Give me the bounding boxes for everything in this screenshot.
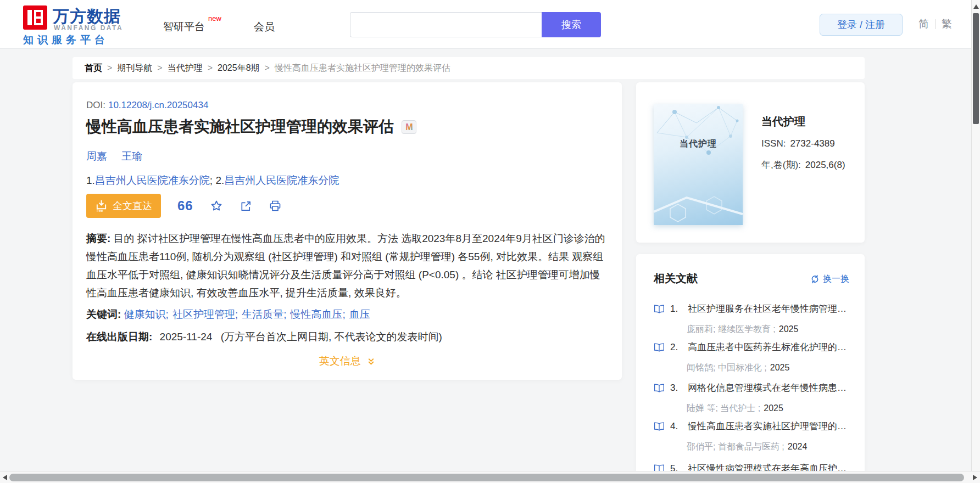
author-link[interactable]: 周嘉 [86,149,107,164]
svg-text:free: free [97,209,103,213]
nav-zhiyan-platform[interactable]: 智研平台 [163,20,205,34]
article-title-row: 慢性高血压患者实施社区护理管理的效果评估 M [86,116,416,137]
keyword-link[interactable]: 健康知识 [124,308,166,320]
related-item-title[interactable]: 社区护理服务在社区老年慢性病管理中的应... [688,302,850,315]
volume-value: 2025,6(8) [805,160,845,170]
keywords-row: 关键词: 健康知识;社区护理管理;生活质量;慢性高血压;血压 [86,307,370,322]
logo-subtitle: WANFANG DATA [54,24,123,32]
journal-volume-row: 年,卷(期):2025,6(8) [761,159,845,171]
refresh-icon [810,274,820,284]
book-icon [654,343,665,352]
journal-card: 当代护理 当代护理 ISSN:2732-4389 年,卷(期):2025,6(8… [636,82,865,243]
related-docs-card: 相关文献 换一换 1. 社区护理服务在社区老年慢性病管理中的应... 庞丽莉; … [636,254,865,483]
horizontal-scrollbar-thumb[interactable] [9,474,964,481]
journal-cover-title: 当代护理 [654,138,743,150]
logo-tagline: 知识服务平台 [23,33,109,47]
related-item-title[interactable]: 慢性高血压患者实施社区护理管理的效果评估 [688,420,850,433]
breadcrumb-separator: > [107,63,112,73]
pubdate-note: (万方平台首次上网日期, 不代表论文的发表时间) [221,331,442,342]
related-item-title[interactable]: 高血压患者中医药养生标准化护理的效果评估 [688,341,850,353]
keyword-link[interactable]: 慢性高血压 [290,308,342,320]
journal-name[interactable]: 当代护理 [761,114,805,129]
share-icon[interactable] [240,200,252,212]
language-toggle: 简 繁 [918,17,952,31]
breadcrumb-journal[interactable]: 当代护理 [168,63,203,74]
related-docs-title: 相关文献 [654,271,698,286]
refresh-label: 换一换 [823,273,849,285]
fulltext-access-button[interactable]: free 全文直达 [86,194,161,218]
issn-label: ISSN: [761,138,786,149]
related-item-year: 2025 [779,324,799,334]
lang-traditional[interactable]: 繁 [942,17,952,31]
related-item-year: 2025 [770,363,790,372]
breadcrumb-current-article: 慢性高血压患者实施社区护理管理的效果评估 [275,63,450,74]
abstract-text: 目的 探讨社区护理管理在慢性高血压患者中的应用效果。方法 选取2023年8月至2… [86,233,605,299]
abstract-block: 摘要: 目的 探讨社区护理管理在慢性高血压患者中的应用效果。方法 选取2023年… [86,229,608,302]
refresh-related-button[interactable]: 换一换 [810,273,849,285]
related-item-title[interactable]: 网格化信息管理模式在老年慢性病患者管理... [688,381,850,394]
scroll-right-arrow[interactable] [973,475,977,480]
keyword-separator: ; [166,308,169,320]
doi-link[interactable]: 10.12208/j.cn.20250434 [108,100,208,110]
related-item-authors: 陆婵 等; 当代护士 ; [687,403,760,413]
cite-quote-icon[interactable]: 66 [177,199,193,212]
nav-member[interactable]: 会员 [254,20,275,34]
search-input[interactable] [350,12,542,37]
author-list: 周嘉 王瑜 [86,149,142,164]
keyword-link[interactable]: 生活质量 [242,308,283,320]
scroll-left-arrow[interactable] [3,475,7,480]
affiliation-link[interactable]: 昌吉州人民医院准东分院 [224,175,339,186]
doi-row: DOI:10.12208/j.cn.20250434 [86,100,208,111]
pubdate-row: 在线出版日期: 2025-11-24 (万方平台首次上网日期, 不代表论文的发表… [86,330,442,344]
affiliation-list: 1.昌吉州人民医院准东分院; 2.昌吉州人民医院准东分院 [86,173,339,188]
doi-label: DOI: [86,100,105,110]
related-item: 2. 高血压患者中医药养生标准化护理的效果评估 [654,341,851,353]
article-card: DOI:10.12208/j.cn.20250434 慢性高血压患者实施社区护理… [73,82,622,380]
keyword-link[interactable]: 血压 [349,308,370,320]
affiliation-num: 1. [86,175,95,186]
volume-label: 年,卷(期): [761,160,801,170]
related-item: 1. 社区护理服务在社区老年慢性病管理中的应... [654,302,851,315]
english-info-label: 英文信息 [319,355,361,367]
affiliation-link[interactable]: 昌吉州人民医院准东分院 [95,175,210,186]
article-title: 慢性高血压患者实施社区护理管理的效果评估 [86,116,394,137]
breadcrumb-journal-nav[interactable]: 期刊导航 [117,63,152,74]
related-item: 4. 慢性高血压患者实施社区护理管理的效果评估 [654,420,851,433]
related-item-year: 2024 [788,442,808,451]
scroll-up-arrow[interactable] [973,4,979,9]
related-item-authors: 邵俏平; 首都食品与医药 ; [687,442,784,451]
keyword-separator: ; [283,308,286,320]
search-button[interactable]: 搜索 [542,12,601,37]
affiliation-num: 2. [215,175,224,186]
related-item-meta: 邵俏平; 首都食品与医药 ;2024 [687,441,807,453]
double-chevron-down-icon [367,357,375,366]
fulltext-button-label: 全文直达 [113,199,152,212]
keyword-separator: ; [235,308,238,320]
lang-simplified[interactable]: 简 [918,17,929,31]
english-info-toggle[interactable]: 英文信息 [73,354,622,368]
author-link[interactable]: 王瑜 [121,149,142,164]
breadcrumb-home[interactable]: 首页 [85,63,102,74]
pubdate-label: 在线出版日期: [86,331,152,342]
keyword-separator: ; [342,308,345,320]
keyword-link[interactable]: 社区护理管理 [172,308,235,320]
lang-divider [935,19,936,29]
related-item: 3. 网格化信息管理模式在老年慢性病患者管理... [654,381,851,394]
book-icon [654,384,665,392]
related-item-meta: 陆婵 等; 当代护士 ;2025 [687,403,783,414]
keywords-label: 关键词: [86,308,121,320]
login-register-button[interactable]: 登录 / 注册 [820,14,903,36]
metrics-m-badge[interactable]: M [402,120,416,134]
related-item-num: 4. [670,421,682,432]
favorite-star-icon[interactable] [210,199,223,212]
related-item-year: 2025 [764,403,783,413]
breadcrumb-issue[interactable]: 2025年8期 [218,63,260,74]
book-icon [654,422,665,431]
breadcrumb-separator: > [157,63,162,73]
vertical-scrollbar-thumb[interactable] [973,13,979,124]
vertical-scrollbar [971,0,980,471]
print-icon[interactable] [269,199,282,212]
free-download-icon: free [95,199,108,212]
wanfang-logo-icon[interactable] [23,5,47,30]
journal-cover[interactable]: 当代护理 [654,104,743,225]
